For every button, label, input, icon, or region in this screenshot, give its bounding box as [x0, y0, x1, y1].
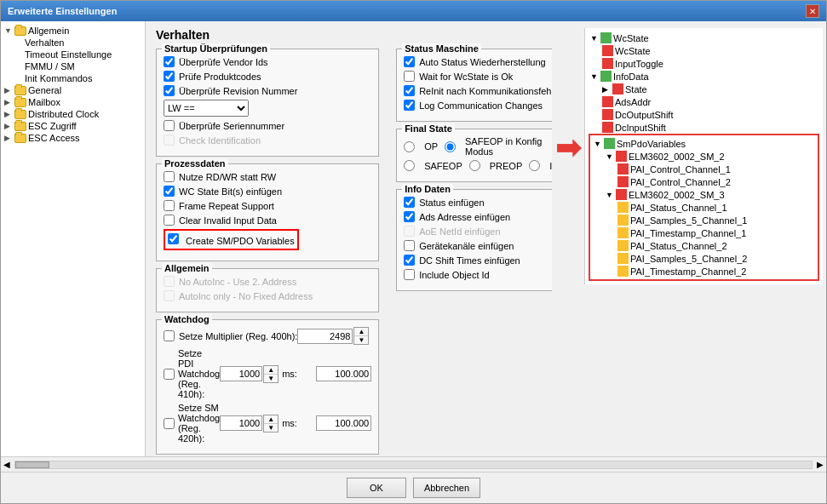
- watchdog-pdi-unit: ms:: [282, 369, 316, 379]
- watchdog-sm-value[interactable]: [220, 415, 262, 431]
- spin-down[interactable]: ▼: [354, 336, 368, 344]
- spin-up2[interactable]: ▲: [264, 366, 278, 375]
- tree-dcinputshift[interactable]: DcInputShift: [600, 121, 819, 134]
- scrollbar-track[interactable]: [14, 461, 813, 469]
- tree-wcstate-item[interactable]: WcState: [600, 44, 819, 57]
- check-dc-shift-input[interactable]: [404, 255, 415, 266]
- watchdog-multiplier-spinner[interactable]: ▲ ▼: [353, 327, 369, 345]
- tree-label-smpdo-folder: SmPdoVariables: [617, 139, 686, 149]
- scroll-right[interactable]: ▶: [814, 460, 826, 469]
- watchdog-pdi-value[interactable]: [220, 366, 262, 381]
- check-vendor-input[interactable]: [164, 56, 175, 67]
- sidebar-item-fmmu[interactable]: FMMU / SM: [14, 60, 141, 72]
- check-create-sm-pdo-input[interactable]: [168, 233, 179, 244]
- tree-pai-samples-ch2[interactable]: PAI_Samples_5_Channel_2: [616, 252, 816, 265]
- icon-state: [612, 83, 623, 94]
- cancel-button[interactable]: Abbrechen: [413, 478, 480, 498]
- spin-up[interactable]: ▲: [354, 328, 368, 336]
- tree-elm-sm2-folder[interactable]: ▼ ELM3602_0002_SM_2: [604, 150, 816, 163]
- watchdog-sm-ms[interactable]: [316, 415, 371, 431]
- sidebar-item-general[interactable]: ▶ General: [4, 84, 141, 96]
- ok-button[interactable]: OK: [347, 478, 406, 498]
- check-identity-input[interactable]: [164, 135, 175, 146]
- radio-safeop-konfig[interactable]: [445, 141, 456, 152]
- check-status-einfuegen-input[interactable]: [404, 197, 415, 208]
- radio-preop[interactable]: [469, 160, 480, 171]
- tree-smpdo-folder[interactable]: ▼ SmPdoVariables: [592, 137, 816, 150]
- sidebar-item-esc-access[interactable]: ▶ ESC Access: [4, 132, 141, 144]
- check-geraete: Gerätekanäle einfügen: [404, 240, 552, 251]
- tree-inputtoggle[interactable]: InputToggle: [600, 57, 819, 70]
- sidebar-item-init[interactable]: Init Kommandos: [14, 72, 141, 84]
- watchdog-pdi-label: Setze PDI Watchdog (Reg. 410h):: [178, 348, 220, 399]
- sidebar-label-allgemein: Allgemein: [28, 26, 69, 36]
- watchdog-check-multiplier-input[interactable]: [164, 330, 175, 341]
- sidebar-item-distributed-clock[interactable]: ▶ Distributed Clock: [4, 108, 141, 120]
- radio-op[interactable]: [404, 141, 415, 152]
- tree-adsaddr[interactable]: AdsAddr: [600, 95, 819, 108]
- check-reinit-input[interactable]: [404, 85, 415, 96]
- sidebar-label-esc-zugriff: ESC Zugriff: [28, 121, 77, 131]
- tree-pai-status-ch1[interactable]: PAI_Status_Channel_1: [616, 201, 816, 214]
- check-serial-input[interactable]: [164, 120, 175, 131]
- check-clear-invalid-input[interactable]: [164, 215, 175, 226]
- check-auto-status: Auto Status Wiederherstellung: [404, 56, 552, 67]
- tree-state[interactable]: ▶ State: [600, 83, 819, 95]
- check-create-sm-pdo-label: Create SM/PDO Variables: [186, 236, 295, 246]
- check-log-comm-label: Log Communication Changes: [419, 100, 543, 111]
- watchdog-multiplier-label: Setze Multiplier (Reg. 400h):: [179, 331, 297, 341]
- tree-infodata-folder[interactable]: ▼ InfoData: [589, 70, 819, 83]
- check-ads-adresse-input[interactable]: [404, 211, 415, 222]
- watchdog-check-sm[interactable]: [164, 418, 175, 429]
- tree-pai-status-ch2[interactable]: PAI_Status_Channel_2: [616, 239, 816, 252]
- watchdog-pdi-spinner[interactable]: ▲ ▼: [263, 365, 279, 383]
- check-log-comm-input[interactable]: [404, 100, 415, 111]
- sidebar-item-mailbox[interactable]: ▶ Mailbox: [4, 96, 141, 108]
- watchdog-multiplier-value[interactable]: [297, 329, 353, 344]
- check-aoe-net-input[interactable]: [404, 226, 415, 237]
- check-rd-wr-input[interactable]: [164, 171, 175, 182]
- spin-up3[interactable]: ▲: [264, 415, 278, 424]
- lw-select[interactable]: LW ==: [164, 100, 249, 117]
- tree-label-pai-control-ch2: PAI_Control_Channel_2: [630, 177, 731, 187]
- sidebar-label-dist-clock: Distributed Clock: [28, 109, 99, 119]
- scrollbar-thumb[interactable]: [15, 461, 49, 468]
- sidebar-item-allgemein[interactable]: ▼ Allgemein: [4, 25, 141, 37]
- right-tree-panel: ▼ WcState WcState InputToggle ▼ InfoData: [584, 28, 823, 284]
- tree-wcstate-folder[interactable]: ▼ WcState: [589, 32, 819, 44]
- main-window: Erweiterte Einstellungen ✕ ▼ Allgemein V…: [0, 0, 827, 504]
- spin-down2[interactable]: ▼: [264, 375, 278, 382]
- radio-init[interactable]: [529, 160, 540, 171]
- sidebar-item-timeout[interactable]: Timeout Einstellunge: [14, 49, 141, 60]
- scroll-left[interactable]: ◀: [1, 460, 13, 469]
- tree-pai-control-ch1[interactable]: PAI_Control_Channel_1: [616, 163, 816, 175]
- watchdog-sm-spinner[interactable]: ▲ ▼: [263, 415, 279, 432]
- tree-dcoutputshift[interactable]: DcOutputShift: [600, 108, 819, 121]
- watchdog-pdi-ms[interactable]: [316, 366, 371, 381]
- check-auto-status-input[interactable]: [404, 56, 415, 67]
- radio-safeop[interactable]: [404, 160, 415, 171]
- check-no-autoinc-input[interactable]: [164, 276, 175, 287]
- watchdog-check-pdi[interactable]: [164, 369, 175, 380]
- check-frame-repeat-input[interactable]: [164, 200, 175, 211]
- spin-down3[interactable]: ▼: [264, 424, 278, 432]
- tree-pai-control-ch2[interactable]: PAI_Control_Channel_2: [616, 175, 816, 188]
- check-wcstate-input[interactable]: [404, 71, 415, 82]
- check-geraete-input[interactable]: [404, 240, 415, 251]
- tree-pai-timestamp-ch2[interactable]: PAI_Timestamp_Channel_2: [616, 265, 816, 278]
- icon-dcoutputshift: [602, 109, 613, 120]
- check-include-obj-input[interactable]: [404, 269, 415, 280]
- check-autoinc-only-input[interactable]: [164, 290, 175, 301]
- check-product-input[interactable]: [164, 71, 175, 82]
- sidebar-item-esc-zugriff[interactable]: ▶ ESC Zugriff: [4, 120, 141, 132]
- close-button[interactable]: ✕: [806, 4, 819, 18]
- radio-safeop-konfig-label: SAFEOP in Konfig Modus: [465, 136, 552, 157]
- check-wc-state-input[interactable]: [164, 186, 175, 197]
- tree-label-pai-samples-ch2: PAI_Samples_5_Channel_2: [630, 254, 747, 264]
- tree-elm-sm3-folder[interactable]: ▼ ELM3602_0002_SM_3: [604, 188, 816, 201]
- check-revision-input[interactable]: [164, 85, 175, 96]
- tree-pai-samples-ch1[interactable]: PAI_Samples_5_Channel_1: [616, 214, 816, 226]
- folder-icon-mailbox: [14, 98, 26, 107]
- tree-pai-timestamp-ch1[interactable]: PAI_Timestamp_Channel_1: [616, 226, 816, 239]
- sidebar-item-verhalten[interactable]: Verhalten: [14, 37, 141, 49]
